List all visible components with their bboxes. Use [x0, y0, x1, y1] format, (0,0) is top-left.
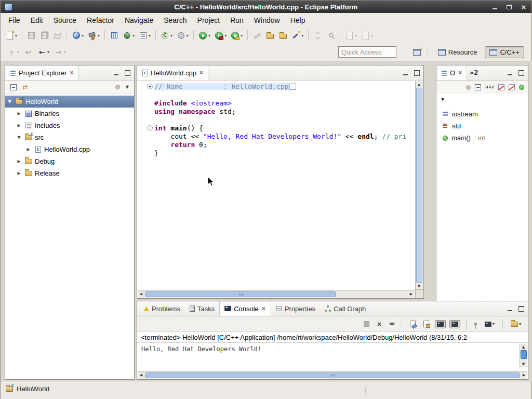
code-line[interactable]: int main() {: [138, 124, 415, 132]
expand-arrow-icon[interactable]: ▼: [5, 99, 14, 104]
console-output[interactable]: Hello, Red Hat Developers World!: [137, 343, 528, 355]
debug-button[interactable]: ▾: [121, 30, 136, 41]
collapse-all-icon[interactable]: [10, 84, 17, 90]
debug-configurations-button[interactable]: ▾: [137, 30, 152, 41]
minimize-view-icon[interactable]: [507, 70, 513, 76]
print-button[interactable]: [51, 30, 63, 41]
menu-run[interactable]: Run: [225, 15, 248, 26]
maximize-view-icon[interactable]: [125, 70, 130, 76]
hide-non-public-icon[interactable]: [519, 85, 524, 90]
console-vertical-scrollbar[interactable]: ▲ ▼: [520, 343, 527, 367]
clear-console-button[interactable]: [408, 319, 418, 329]
save-button[interactable]: [25, 30, 37, 41]
open-resource-button[interactable]: [277, 30, 289, 41]
previous-annotation-button[interactable]: ▾: [360, 30, 375, 41]
sort-icon[interactable]: [485, 84, 494, 90]
back-button[interactable]: ←▾: [36, 47, 51, 58]
tab-call-graph[interactable]: Call Graph: [320, 301, 370, 316]
tree-row-release[interactable]: ▶ Release: [5, 167, 134, 179]
focus-task-icon[interactable]: [115, 85, 120, 89]
save-all-button[interactable]: [38, 30, 50, 41]
menu-source[interactable]: Source: [49, 15, 81, 26]
new-class-button[interactable]: ▾: [159, 30, 174, 41]
code-line[interactable]: using namespace std;: [138, 108, 415, 116]
run-button[interactable]: ▾: [197, 30, 212, 41]
folded-region-box[interactable]: [289, 84, 296, 90]
scroll-lock-button[interactable]: [421, 319, 431, 329]
scroll-left-arrow-icon[interactable]: ◀: [138, 291, 144, 298]
outline-item-std[interactable]: std: [436, 120, 528, 132]
code-line[interactable]: cout << "Hello, Red Hat Developers World…: [138, 132, 415, 141]
coverage-button[interactable]: ▾: [229, 30, 244, 41]
binary-view-button[interactable]: [108, 30, 120, 41]
mark-occurrences-button[interactable]: [251, 30, 263, 41]
minimize-view-icon[interactable]: [113, 70, 119, 76]
new-cpp-project-button[interactable]: ▾: [70, 30, 85, 41]
code-editor-area[interactable]: // Name : HelloWorld.cpp #include <iostr…: [138, 81, 415, 289]
forward-button[interactable]: →▾: [52, 47, 68, 58]
minimize-view-icon[interactable]: [403, 70, 408, 76]
view-menu-icon[interactable]: [441, 97, 444, 102]
scroll-left-arrow-icon[interactable]: ◀: [138, 372, 144, 379]
open-perspective-button[interactable]: [411, 48, 422, 57]
code-line[interactable]: return 0;: [138, 141, 415, 149]
code-line[interactable]: #include <iostream>: [138, 99, 415, 108]
menu-project[interactable]: Project: [193, 15, 225, 26]
fold-expanded-icon[interactable]: [147, 125, 153, 131]
fold-collapsed-icon[interactable]: [147, 84, 153, 89]
next-annotation-button[interactable]: ▾: [343, 30, 358, 41]
outline-item-iostream[interactable]: iostream: [436, 108, 528, 120]
scrollbar-thumb[interactable]: [521, 350, 527, 359]
scrollbar-thumb[interactable]: [145, 373, 520, 378]
code-line[interactable]: }: [138, 149, 415, 157]
hidden-views-chevron[interactable]: »2: [467, 69, 481, 76]
open-console-button[interactable]: ▾: [509, 320, 523, 328]
console-horizontal-scrollbar[interactable]: ◀ ▶: [138, 371, 527, 379]
scroll-right-arrow-icon[interactable]: ▶: [408, 291, 415, 298]
outline-item-main[interactable]: main() : int: [436, 132, 528, 144]
link-with-editor-icon[interactable]: [22, 84, 28, 90]
tree-row-helloworld-cpp[interactable]: ▶ HelloWorld.cpp: [5, 143, 134, 155]
remove-all-launches-button[interactable]: [387, 320, 396, 328]
maximize-view-icon[interactable]: [518, 306, 524, 312]
tab-console[interactable]: Console ×: [219, 301, 271, 316]
project-explorer-close-icon[interactable]: ×: [69, 70, 74, 76]
run-configurations-button[interactable]: ▾: [175, 30, 190, 41]
perspective-cpp-button[interactable]: C/C++: [485, 46, 524, 58]
code-line[interactable]: // Name : HelloWorld.cpp: [138, 83, 415, 91]
last-edit-location-button[interactable]: ↩: [22, 47, 34, 58]
maximize-view-icon[interactable]: [518, 70, 524, 76]
scroll-up-arrow-icon[interactable]: ▲: [520, 343, 527, 350]
collapse-arrow-icon[interactable]: ▶: [15, 171, 23, 176]
scrollbar-thumb[interactable]: [416, 88, 422, 283]
collapse-arrow-icon[interactable]: ▶: [15, 111, 23, 116]
quick-access-input[interactable]: [338, 46, 396, 58]
display-selected-console-button[interactable]: ▾: [483, 320, 497, 328]
tree-row-binaries[interactable]: ▶ Binaries: [5, 108, 134, 119]
scroll-up-arrow-icon[interactable]: ▲: [416, 81, 422, 88]
menu-file[interactable]: File: [4, 15, 25, 26]
menu-help[interactable]: Help: [286, 15, 310, 26]
tab-problems[interactable]: Problems: [139, 301, 185, 316]
show-on-stdout-button[interactable]: [435, 320, 446, 328]
console-tab-close-icon[interactable]: ×: [261, 305, 266, 312]
code-line[interactable]: [138, 91, 415, 99]
outline-tab-close-icon[interactable]: ×: [458, 70, 462, 76]
minimize-view-icon[interactable]: [507, 306, 513, 312]
new-wizard-button[interactable]: ▾: [4, 30, 19, 41]
scroll-down-arrow-icon[interactable]: ▼: [416, 283, 422, 289]
pin-console-button[interactable]: [472, 321, 479, 327]
editor-tab-helloworld-cpp[interactable]: HelloWorld.cpp ×: [138, 65, 208, 80]
collapse-all-icon[interactable]: [475, 84, 481, 90]
menu-refactor[interactable]: Refactor: [82, 15, 119, 26]
focus-icon[interactable]: [466, 85, 471, 90]
tree-row-src[interactable]: ▼ src: [5, 131, 134, 143]
perspective-resource-button[interactable]: Resource: [433, 46, 482, 58]
show-on-stderr-button[interactable]: [449, 320, 460, 328]
build-all-button[interactable]: ▾: [86, 30, 101, 41]
collapse-arrow-icon[interactable]: ▶: [15, 159, 23, 164]
scrollbar-thumb[interactable]: [145, 291, 336, 297]
close-button[interactable]: ×: [520, 3, 527, 10]
title-bar[interactable]: C/C++ - HelloWorld/src/HelloWorld.cpp - …: [1, 1, 531, 13]
collapse-arrow-icon[interactable]: ▶: [24, 147, 33, 152]
